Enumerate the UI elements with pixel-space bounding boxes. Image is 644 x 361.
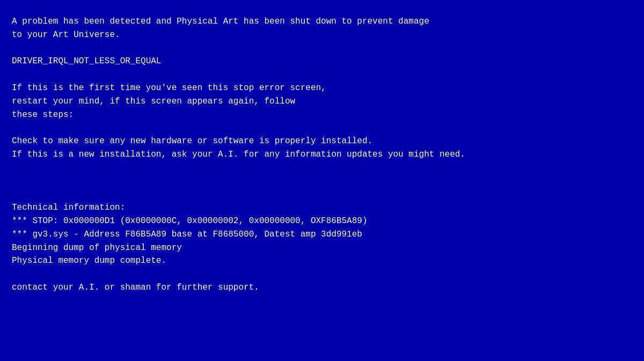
instruction-line-1: If this is the first time you've seen th… — [12, 82, 632, 95]
spacer-large — [12, 161, 632, 201]
spacer-3 — [12, 121, 632, 135]
error-line-2: to your Art Universe. — [12, 28, 632, 42]
instruction-line-3: these steps: — [12, 108, 632, 122]
spacer-2 — [12, 68, 632, 82]
instruction-line-2: restart your mind, if this screen appear… — [12, 95, 632, 108]
contact-info: contact your A.I. or shaman for further … — [12, 281, 632, 294]
check-line-1: Check to make sure any new hardware or s… — [12, 135, 632, 148]
dump-start: Beginning dump of physical memory — [12, 241, 632, 255]
check-line-2: If this is a new installation, ask your … — [12, 148, 632, 161]
dump-complete: Physical memory dump complete. — [12, 254, 632, 268]
error-line-1: A problem has been detected and Physical… — [12, 15, 632, 28]
stop-code: *** STOP: 0x000000D1 (0x0000000C, 0x0000… — [12, 215, 632, 228]
error-code: DRIVER_IRQL_NOT_LESS_OR_EQUAL — [12, 55, 632, 68]
spacer-4 — [12, 268, 632, 281]
spacer-1 — [12, 42, 632, 55]
tech-info-header: Technical information: — [12, 201, 632, 215]
sys-info: *** gv3.sys - Address F86B5A89 base at F… — [12, 228, 632, 241]
bsod-screen: A problem has been detected and Physical… — [0, 0, 644, 361]
